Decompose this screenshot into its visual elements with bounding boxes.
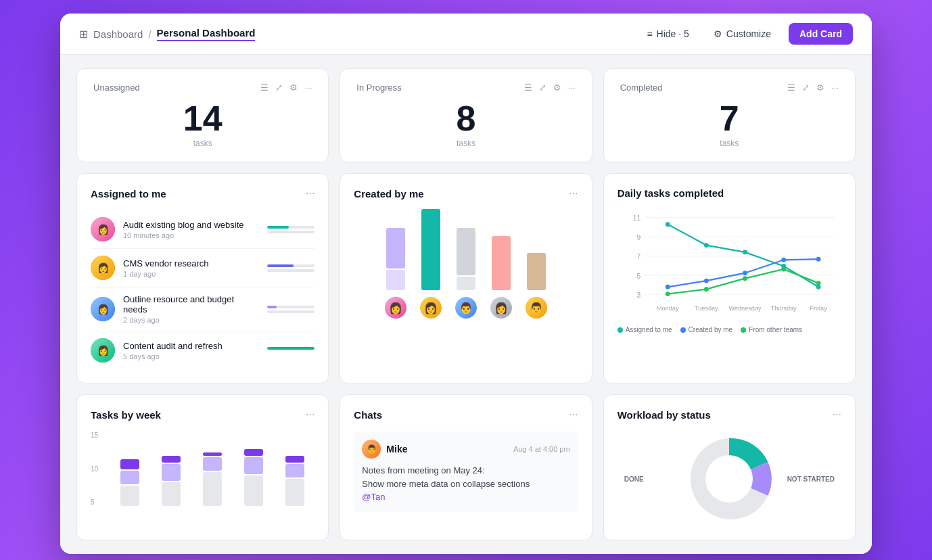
breadcrumb-current: Personal Dashboard	[157, 27, 256, 41]
legend-label: From other teams	[749, 326, 802, 333]
completed-number: 7	[620, 101, 839, 136]
task-time: 5 days ago	[123, 352, 259, 360]
tasks-week-more[interactable]: ···	[306, 409, 314, 421]
bar-avatar: 👩	[420, 297, 442, 319]
filter-icon[interactable]: ☰	[260, 83, 269, 93]
svg-point-15	[665, 222, 670, 227]
avatar: 👩	[91, 297, 115, 321]
svg-text:7: 7	[636, 253, 640, 260]
unassigned-title: Unassigned	[93, 83, 140, 93]
breadcrumb-base: Dashboard	[93, 28, 143, 40]
svg-point-26	[704, 287, 709, 291]
svg-text:11: 11	[632, 214, 640, 222]
workload-title: Workload by status	[618, 409, 711, 421]
task-item: 👩 CMS vendor research 1 day ago	[91, 249, 314, 287]
task-progress	[267, 347, 314, 354]
chat-text: Notes from meeting on May 24: Show more …	[362, 464, 569, 504]
svg-point-17	[743, 250, 747, 254]
legend-dot	[680, 327, 686, 333]
sliders-icon: ≡	[647, 28, 652, 39]
task-time: 10 minutes ago	[123, 231, 259, 239]
legend-dot	[618, 327, 623, 333]
bar-column: 👩	[385, 228, 406, 319]
chat-sender-name: Mike	[386, 444, 407, 454]
created-more-button[interactable]: ···	[569, 187, 578, 200]
bar-avatar: 👩	[385, 297, 406, 319]
settings-icon[interactable]: ⚙	[816, 83, 824, 93]
line-chart: 11 9 7 5 3 Monday Tuesday Wednesday Thur…	[618, 210, 841, 331]
task-progress	[267, 264, 314, 272]
week-bar	[112, 459, 147, 506]
chat-header-row: 👨 Mike Aug 4 at 4:00 pm	[362, 440, 569, 459]
task-info: Audit existing blog and website 10 minut…	[123, 220, 259, 239]
avatar: 👩	[91, 338, 115, 363]
app-container: ⊞ Dashboard / Personal Dashboard ≡ Hide …	[60, 14, 872, 554]
svg-text:Tuesday: Tuesday	[695, 305, 718, 312]
svg-text:Wednesday: Wednesday	[728, 305, 761, 312]
assigned-to-me-card: Assigned to me ··· 👩 Audit existing blog…	[76, 173, 329, 383]
task-info: Content audit and refresh 5 days ago	[123, 341, 259, 360]
chat-mention[interactable]: @Tan	[362, 490, 569, 504]
legend-item-other: From other teams	[741, 326, 802, 333]
svg-point-27	[743, 276, 747, 281]
created-bar-chart: 👩 👩	[354, 210, 578, 319]
task-name: Content audit and refresh	[123, 341, 259, 351]
week-chart	[110, 431, 314, 506]
completed-title: Completed	[620, 83, 663, 93]
chat-sender: 👨 Mike	[362, 440, 407, 459]
expand-icon[interactable]: ⤢	[275, 83, 283, 93]
workload-card: Workload by status ···	[603, 394, 856, 540]
main-content: Unassigned ☰ ⤢ ⚙ ··· 14 tasks In Progres…	[60, 55, 872, 554]
task-name: CMS vendor research	[123, 258, 259, 269]
assigned-more-button[interactable]: ···	[306, 187, 314, 200]
svg-point-30	[705, 455, 753, 503]
svg-point-23	[781, 258, 786, 262]
task-list: 👩 Audit existing blog and website 10 min…	[91, 210, 314, 369]
hide-label: Hide · 5	[657, 28, 689, 39]
bar-avatar: 👩	[490, 297, 512, 319]
more-icon[interactable]: ···	[304, 83, 312, 93]
legend-item-created: Created by me	[680, 326, 733, 333]
settings-icon[interactable]: ⚙	[289, 83, 298, 93]
breadcrumb-separator: /	[148, 28, 151, 40]
chats-more[interactable]: ···	[569, 409, 578, 421]
assigned-title: Assigned to me	[91, 188, 166, 200]
in-progress-number: 8	[356, 101, 575, 136]
y-label: 10	[91, 465, 98, 473]
svg-text:9: 9	[636, 234, 640, 241]
hide-button[interactable]: ≡ Hide · 5	[640, 24, 695, 43]
svg-point-29	[816, 281, 820, 285]
task-info: Outline resource and budget needs 2 days…	[123, 294, 259, 324]
chat-avatar: 👨	[362, 440, 381, 459]
week-bar	[154, 456, 188, 506]
add-card-button[interactable]: Add Card	[789, 23, 853, 45]
svg-point-22	[743, 271, 747, 275]
workload-more[interactable]: ···	[833, 409, 841, 421]
svg-text:5: 5	[636, 273, 640, 280]
chart-legend: Assigned to me Created by me From other …	[618, 326, 841, 333]
bar-column: 👩	[490, 236, 512, 319]
svg-point-16	[704, 243, 709, 248]
more-icon[interactable]: ···	[831, 83, 839, 93]
svg-point-28	[781, 267, 786, 272]
bar-column: 👩	[420, 209, 442, 319]
filter-icon[interactable]: ☰	[524, 83, 532, 93]
filter-icon[interactable]: ☰	[787, 83, 795, 93]
more-icon[interactable]: ···	[568, 83, 576, 93]
created-by-me-card: Created by me ··· 👩	[340, 173, 592, 383]
middle-row: Assigned to me ··· 👩 Audit existing blog…	[76, 173, 856, 383]
unassigned-label: tasks	[93, 139, 312, 148]
unassigned-number: 14	[93, 101, 312, 136]
customize-button[interactable]: ⚙ Customize	[707, 24, 778, 43]
task-info: CMS vendor research 1 day ago	[123, 258, 259, 278]
task-name: Audit existing blog and website	[123, 220, 259, 230]
bottom-row: Tasks by week ··· 15 10 5	[76, 394, 856, 540]
tasks-by-week-title: Tasks by week	[91, 409, 161, 421]
settings-icon[interactable]: ⚙	[553, 83, 561, 93]
expand-icon[interactable]: ⤢	[802, 83, 810, 93]
svg-text:3: 3	[636, 291, 640, 299]
svg-point-21	[704, 279, 709, 283]
workload-done-label: DONE	[624, 475, 644, 483]
svg-text:Monday: Monday	[657, 305, 679, 312]
expand-icon[interactable]: ⤢	[539, 83, 546, 93]
